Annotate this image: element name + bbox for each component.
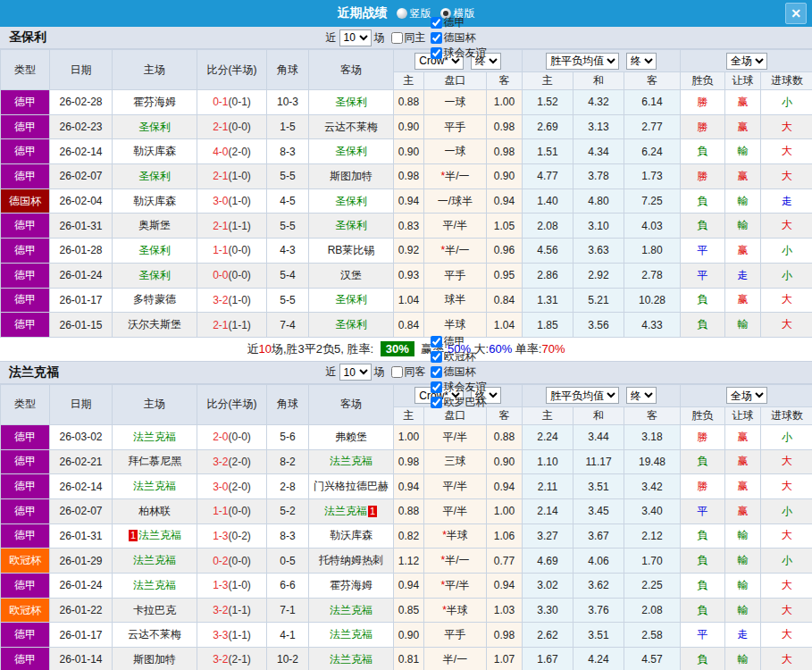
odds-lose: 1.80 — [624, 239, 681, 264]
away-team-cell: 圣保利 — [309, 288, 394, 313]
league-type-cell: 德甲 — [1, 164, 50, 189]
handicap-away-odds: 0.96 — [487, 239, 523, 264]
odds-lose: 1.70 — [624, 549, 681, 574]
result-outcome: 平 — [681, 498, 725, 523]
eu-final-select[interactable]: 终 — [626, 387, 657, 404]
scope-select[interactable]: 全场 — [726, 53, 767, 70]
team-name: 圣保利 — [138, 269, 171, 281]
result-handicap: 赢 — [725, 114, 761, 139]
same-home-filter[interactable]: 同主 — [388, 30, 426, 46]
result-handicap: 赢 — [725, 449, 761, 474]
col-result-handicap: 让球 — [725, 72, 761, 90]
handicap-line: 半球 — [424, 313, 487, 338]
away-team-cell: 法兰克福 — [309, 598, 394, 623]
date-cell: 26-01-31 — [50, 214, 113, 239]
date-cell: 26-01-24 — [50, 574, 113, 599]
handicap-home-odds: 1.00 — [394, 424, 424, 449]
date-cell: 26-01-29 — [50, 549, 113, 574]
summary-segment: 70% — [541, 342, 565, 356]
score-cell: 3-2(1-0) — [197, 288, 267, 313]
league-filter[interactable]: 德甲 — [429, 334, 487, 349]
odds-win: 2.86 — [523, 263, 573, 288]
same-away-checkbox[interactable] — [391, 366, 403, 378]
team-name: 霍芬海姆 — [330, 579, 373, 591]
league-checkbox[interactable] — [431, 336, 442, 348]
result-goals: 大 — [761, 598, 812, 623]
odds-lose: 10.28 — [624, 288, 681, 313]
league-checkbox[interactable] — [431, 32, 442, 44]
near-label: 近 — [326, 364, 337, 380]
handicap-home-odds: 0.82 — [394, 523, 424, 549]
date-cell: 26-02-04 — [50, 188, 113, 214]
league-checkbox[interactable] — [431, 397, 442, 408]
odds-win: 2.14 — [523, 498, 573, 523]
col-odds-win: 主 — [523, 406, 573, 424]
promotion-badge: 1 — [129, 530, 138, 541]
home-team-cell: 圣保利 — [113, 239, 197, 264]
team-name: 斯图加特 — [133, 653, 176, 666]
league-filter[interactable]: 欧罗巴杯 — [429, 395, 487, 410]
league-checkbox[interactable] — [431, 351, 442, 363]
half-time-score: (0-0) — [229, 431, 251, 443]
league-filter[interactable]: 德甲 — [429, 15, 487, 30]
handicap-line: 一球 — [424, 90, 487, 115]
line-text: 半球 — [445, 318, 466, 331]
league-filter[interactable]: 欧冠杯 — [429, 349, 487, 364]
away-team-cell: 圣保利 — [309, 90, 394, 115]
score-cell: 3-2(1-1) — [197, 598, 267, 623]
team-name: 奥斯堡 — [138, 219, 171, 231]
odds-win: 2.62 — [523, 623, 573, 648]
avg-odds-select[interactable]: 胜平负均值 — [546, 387, 619, 404]
avg-odds-select[interactable]: 胜平负均值 — [546, 53, 619, 70]
half-time-score: (0-0) — [229, 269, 251, 281]
scope-select[interactable]: 全场 — [726, 387, 767, 404]
full-time-score: 4-0 — [213, 146, 228, 158]
odds-lose: 4.57 — [624, 648, 681, 670]
result-outcome: 負 — [681, 574, 725, 599]
team2-matches-table: 类型 日期 主场 比分(半场) 角球 客场 Crow* 终 胜平负均值 终 全场… — [0, 384, 812, 670]
near-count-select[interactable]: 10 — [339, 29, 372, 46]
league-checkbox[interactable] — [431, 47, 442, 59]
eu-final-select[interactable]: 终 — [626, 53, 657, 70]
handicap-away-odds: 1.05 — [487, 214, 523, 239]
col-odds-lose: 客 — [624, 406, 681, 424]
corner-cell: 5-6 — [267, 424, 309, 449]
col-result-goals: 进球数 — [761, 406, 812, 424]
league-filter[interactable]: 德国杯 — [429, 30, 487, 46]
result-outcome: 負 — [681, 449, 725, 474]
corner-cell: 10-3 — [267, 90, 309, 115]
league-checkbox[interactable] — [431, 17, 442, 29]
half-time-score: (1-1) — [229, 319, 251, 331]
league-filter[interactable]: 球会友谊 — [429, 46, 487, 61]
team-name: 法兰克福 — [133, 554, 176, 566]
col-odds-draw: 和 — [573, 72, 624, 90]
league-filter-label: 德国杯 — [444, 30, 476, 46]
match-row: 德甲26-01-14斯图加特3-2(2-1)10-2法兰克福0.81半/一1.0… — [1, 648, 812, 670]
result-handicap: 輸 — [725, 523, 761, 549]
full-time-score: 3-0 — [213, 195, 228, 207]
handicap-line: 半/一 — [424, 648, 487, 670]
team-name: 法兰克福 — [133, 480, 176, 492]
same-away-filter[interactable]: 同客 — [388, 364, 426, 380]
league-filter[interactable]: 球会友谊 — [429, 380, 487, 395]
odds-draw: 11.17 — [573, 449, 624, 474]
same-home-checkbox[interactable] — [391, 32, 403, 44]
league-filter[interactable]: 德国杯 — [429, 364, 487, 380]
handicap-away-odds: 0.90 — [487, 164, 523, 189]
date-cell: 26-02-23 — [50, 114, 113, 139]
close-button[interactable]: ✕ — [785, 3, 807, 24]
team2-name-heading: 法兰克福 — [9, 364, 59, 381]
col-corner: 角球 — [267, 384, 309, 424]
league-checkbox[interactable] — [431, 381, 442, 393]
handicap-away-odds: 0.94 — [487, 574, 523, 599]
odds-draw: 3.67 — [573, 523, 624, 549]
near-count-select[interactable]: 10 — [339, 364, 372, 381]
odds-win: 1.10 — [523, 449, 573, 474]
league-checkbox[interactable] — [431, 366, 442, 378]
result-goals: 小 — [761, 549, 812, 574]
full-time-score: 3-2 — [213, 294, 228, 306]
away-team-cell: 弗赖堡 — [309, 424, 394, 449]
away-team-cell: 法兰克福 — [309, 623, 394, 648]
league-filter-label: 欧罗巴杯 — [444, 395, 487, 410]
line-text: 平/半 — [443, 431, 467, 443]
